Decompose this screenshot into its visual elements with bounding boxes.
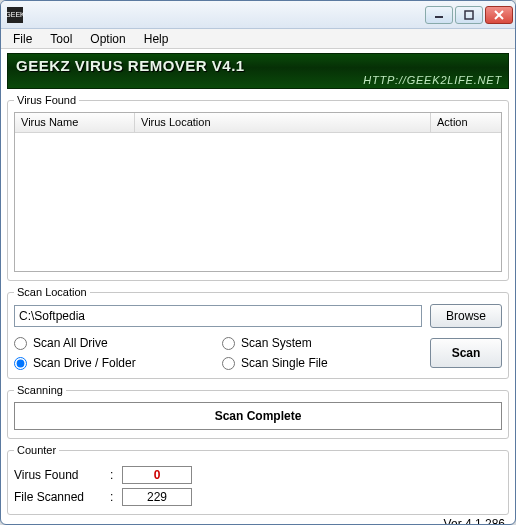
menu-help[interactable]: Help [136, 30, 177, 48]
version-label: Ver 4.1.286 [7, 515, 509, 525]
scan-status-box: Scan Complete [14, 402, 502, 430]
col-action[interactable]: Action [431, 113, 501, 132]
col-virus-name[interactable]: Virus Name [15, 113, 135, 132]
virus-found-group: Virus Found Virus Name Virus Location Ac… [7, 94, 509, 281]
table-header: Virus Name Virus Location Action [15, 113, 501, 133]
radio-all-drive-input[interactable] [14, 337, 27, 350]
minimize-button[interactable] [425, 6, 453, 24]
scan-status-text: Scan Complete [215, 409, 302, 423]
radio-scan-drive-folder[interactable]: Scan Drive / Folder [14, 356, 206, 370]
minimize-icon [434, 10, 444, 20]
maximize-icon [464, 10, 474, 20]
file-scanned-label: File Scanned [14, 490, 104, 504]
radio-scan-system[interactable]: Scan System [222, 336, 414, 350]
banner-title: GEEKZ VIRUS REMOVER V4.1 [8, 54, 508, 74]
app-icon: GEEK [7, 7, 23, 23]
radio-drive-folder-label: Scan Drive / Folder [33, 356, 136, 370]
window-buttons [425, 6, 513, 24]
scan-path-input[interactable] [14, 305, 422, 327]
colon: : [110, 468, 116, 482]
counter-group: Counter Virus Found : 0 File Scanned : 2… [7, 444, 509, 515]
scan-button[interactable]: Scan [430, 338, 502, 368]
menu-option[interactable]: Option [82, 30, 133, 48]
radio-drive-folder-input[interactable] [14, 357, 27, 370]
menu-tool[interactable]: Tool [42, 30, 80, 48]
scan-location-group: Scan Location Browse Scan All Drive Scan… [7, 286, 509, 379]
titlebar[interactable]: GEEK [1, 1, 515, 29]
file-scanned-value: 229 [122, 488, 192, 506]
radio-scan-single-file[interactable]: Scan Single File [222, 356, 414, 370]
radio-all-drive-label: Scan All Drive [33, 336, 108, 350]
scanning-group: Scanning Scan Complete [7, 384, 509, 439]
virus-found-legend: Virus Found [14, 94, 79, 106]
content-area: GEEKZ VIRUS REMOVER V4.1 HTTP://GEEK2LIF… [1, 49, 515, 525]
menu-file[interactable]: File [5, 30, 40, 48]
radio-system-input[interactable] [222, 337, 235, 350]
counter-legend: Counter [14, 444, 59, 456]
radio-single-file-input[interactable] [222, 357, 235, 370]
maximize-button[interactable] [455, 6, 483, 24]
app-window: GEEK File Tool Option Help GEEKZ VIRUS R… [0, 0, 516, 525]
col-virus-location[interactable]: Virus Location [135, 113, 431, 132]
close-button[interactable] [485, 6, 513, 24]
colon: : [110, 490, 116, 504]
radio-scan-all-drive[interactable]: Scan All Drive [14, 336, 206, 350]
svg-rect-1 [465, 11, 473, 19]
close-icon [494, 10, 504, 20]
radio-system-label: Scan System [241, 336, 312, 350]
menubar: File Tool Option Help [1, 29, 515, 49]
virus-found-value: 0 [122, 466, 192, 484]
banner-url: HTTP://GEEK2LIFE.NET [363, 74, 502, 86]
virus-table[interactable]: Virus Name Virus Location Action [14, 112, 502, 272]
banner: GEEKZ VIRUS REMOVER V4.1 HTTP://GEEK2LIF… [7, 53, 509, 89]
scan-location-legend: Scan Location [14, 286, 90, 298]
virus-found-label: Virus Found [14, 468, 104, 482]
scanning-legend: Scanning [14, 384, 66, 396]
radio-single-file-label: Scan Single File [241, 356, 328, 370]
browse-button[interactable]: Browse [430, 304, 502, 328]
